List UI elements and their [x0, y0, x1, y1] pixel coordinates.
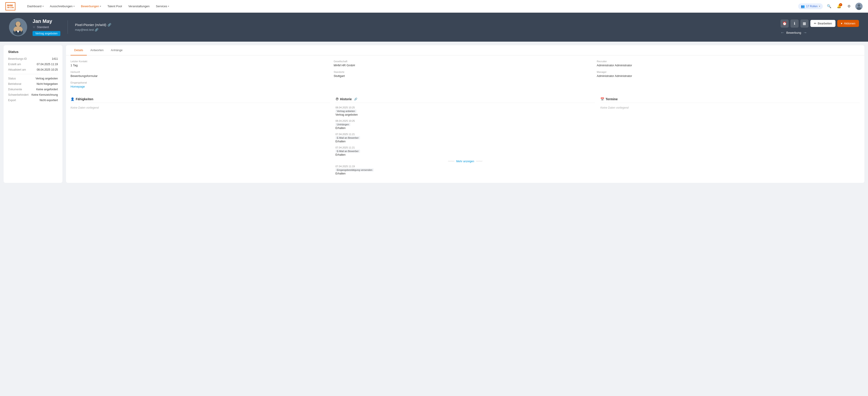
status-label-export: Export: [8, 98, 16, 102]
history-action-2: E-Mail an Bewerber: [336, 136, 360, 139]
hero-left: Jan May ☆ Standard Vertrag angeboten Pix…: [9, 18, 111, 36]
status-value-schwerbehindert: Keine Kennzeichnung: [31, 93, 58, 96]
alarm-button[interactable]: ⏰: [780, 20, 789, 28]
status-row-export: Export Nicht exportiert: [8, 98, 58, 102]
status-label-id: Bewerbungs-ID: [8, 57, 27, 60]
hero-job: Pixel-Pionier (m/w/d) 🔗 may@test.test 🔗: [75, 23, 111, 31]
svg-point-2: [857, 7, 861, 10]
value-eingangskanal[interactable]: Homepage: [70, 85, 328, 88]
mehr-anzeigen-label: Mehr anzeigen: [456, 160, 474, 163]
status-row-id: Bewerbungs-ID 1411: [8, 57, 58, 60]
hero-email: may@test.test 🔗: [75, 28, 111, 31]
navbar: MHM HR COM Dashboard ▾ Ausschreibungen ▾…: [0, 0, 868, 13]
svg-point-1: [858, 4, 860, 6]
roles-button[interactable]: 👥 17 Rollen ▾: [798, 3, 823, 9]
history-entry-2: 07.04.2025 11:21 E-Mail an Bewerber Erha…: [336, 133, 595, 143]
calendar-icon: 📅: [600, 97, 604, 101]
history-date-2: 07.04.2025 11:21: [336, 133, 595, 136]
status-row-schwerbehindert: Schwerbehindert Keine Kennzeichnung: [8, 93, 58, 96]
nav-talent-pool[interactable]: Talent Pool: [105, 3, 125, 10]
nav-dashboard[interactable]: Dashboard ▾: [24, 3, 46, 10]
main-content: Status Bewerbungs-ID 1411 Erstellt am 07…: [0, 41, 868, 187]
nav-talent-pool-label: Talent Pool: [107, 4, 122, 8]
tab-details[interactable]: Details: [70, 45, 87, 55]
status-label-status: Status: [8, 77, 16, 80]
nav-ausschreibungen[interactable]: Ausschreibungen ▾: [47, 3, 77, 10]
chevron-down-icon: ▾: [42, 5, 43, 7]
nav-veranstaltungen[interactable]: Veranstaltungen: [126, 3, 152, 10]
chevron-down-icon: ▾: [168, 5, 169, 7]
link-icon[interactable]: 🔗: [107, 23, 111, 26]
section-faehigkeiten-label: Fähigkeiten: [76, 97, 93, 101]
section-termine-label: Termine: [606, 97, 618, 101]
logo-line2: HR COM: [7, 7, 13, 8]
job-title: Pixel-Pionier (m/w/d) 🔗: [75, 23, 111, 27]
history-action-1: Umhängen: [336, 123, 350, 126]
history-entry-0: 08.04.2025 10:25 Vertrag anbieten Vertra…: [336, 106, 595, 116]
section-historie: ⏱ Historie 🔗 08.04.2025 10:25 Vertrag an…: [336, 97, 595, 178]
value-recruiter: Administrator Administrator: [597, 64, 855, 67]
history-entry-1: 08.04.2025 10:25 Umhängen Erhalten: [336, 119, 595, 130]
search-button[interactable]: 🔍: [826, 3, 833, 10]
detail-col-1: Letzter Kontakt 1 Tag Herkunft Bewerbung…: [70, 60, 334, 92]
section-historie-label: Historie: [340, 97, 352, 101]
navbar-actions: 👥 17 Rollen ▾ 🔍 🔔 1 ⚙: [798, 3, 863, 10]
info-button[interactable]: ℹ: [790, 20, 799, 28]
history-status-extra: Erhalten: [336, 172, 595, 175]
next-arrow[interactable]: →: [803, 30, 807, 35]
user-avatar[interactable]: [855, 3, 863, 10]
wave-right: 〰〰: [476, 160, 483, 163]
tab-antworten[interactable]: Antworten: [87, 45, 107, 55]
info-icon: ℹ: [794, 21, 795, 26]
history-date-3: 07.04.2025 11:21: [336, 146, 595, 149]
mehr-anzeigen-button[interactable]: 〰〰 Mehr anzeigen 〰〰: [336, 160, 595, 163]
status-label-dokumente: Dokumente: [8, 88, 22, 91]
hero-rank: ☆ Standard: [33, 25, 60, 29]
edit-button[interactable]: ✏ Bearbeiten: [810, 20, 836, 27]
history-date-0: 08.04.2025 10:25: [336, 106, 595, 109]
detail-tabs: Details Antworten Anhänge: [66, 45, 864, 55]
hero-info: Jan May ☆ Standard Vertrag angeboten: [33, 18, 60, 36]
section-termine: 📅 Termine Keine Daten vorliegend: [600, 97, 860, 178]
pencil-icon: ✏: [814, 22, 816, 25]
nav-bewerbungen[interactable]: Bewerbungen ▾: [78, 3, 104, 10]
status-label-schwerbehindert: Schwerbehindert: [8, 93, 29, 96]
label-standorte: Standorte: [334, 70, 591, 73]
prev-arrow[interactable]: ←: [780, 30, 784, 35]
star-icon: ☆: [33, 25, 35, 29]
nav-arrows: ← Bewerbung →: [780, 30, 859, 35]
hero-controls: ⏰ ℹ ▦ ✏ Bearbeiten ▾ Aktionen ←: [780, 20, 859, 35]
history-action-0: Vertrag anbieten: [336, 110, 356, 113]
detail-col-3: Recruiter Administrator Administrator Ma…: [597, 60, 860, 92]
section-faehigkeiten-title: 👤 Fähigkeiten: [70, 97, 330, 103]
status-value-betriebsrat: Nicht freigegeben: [37, 82, 58, 86]
field-letzter-kontakt: Letzter Kontakt 1 Tag: [70, 60, 328, 67]
nav-services[interactable]: Services ▾: [153, 3, 172, 10]
field-manager: Manager Administrator Administrator: [597, 70, 855, 78]
history-status-2: Erhalten: [336, 140, 595, 143]
actions-button[interactable]: ▾ Aktionen: [837, 20, 859, 27]
nav-services-label: Services: [156, 4, 167, 8]
status-row-status: Status Vertrag angeboten: [8, 77, 58, 80]
status-badge[interactable]: Vertrag angeboten: [33, 31, 60, 36]
tab-antworten-label: Antworten: [90, 49, 104, 52]
status-label-updated: Aktualisiert am: [8, 68, 26, 71]
edit-label: Bearbeiten: [818, 22, 832, 25]
logo-box: MHM HR COM: [5, 2, 16, 10]
hero-actions-top: ⏰ ℹ ▦ ✏ Bearbeiten ▾ Aktionen: [780, 20, 859, 28]
status-label-betriebsrat: Betriebsrat: [8, 82, 21, 86]
hero-section: Jan May ☆ Standard Vertrag angeboten Pix…: [0, 13, 868, 41]
grid-button[interactable]: ▦: [800, 20, 809, 28]
link-icon[interactable]: 🔗: [354, 97, 358, 101]
status-title: Status: [8, 50, 58, 54]
value-letzter-kontakt: 1 Tag: [70, 64, 328, 67]
tab-details-label: Details: [74, 49, 83, 52]
history-status-1: Erhalten: [336, 126, 595, 130]
search-icon: 🔍: [827, 4, 831, 8]
tab-anhaenge[interactable]: Anhänge: [107, 45, 126, 55]
link-icon[interactable]: 🔗: [95, 28, 98, 31]
nav-bewerbungen-label: Bewerbungen: [81, 4, 99, 8]
logo[interactable]: MHM HR COM: [5, 2, 16, 10]
settings-button[interactable]: ⚙: [845, 3, 852, 10]
notifications-button[interactable]: 🔔 1: [835, 3, 843, 10]
